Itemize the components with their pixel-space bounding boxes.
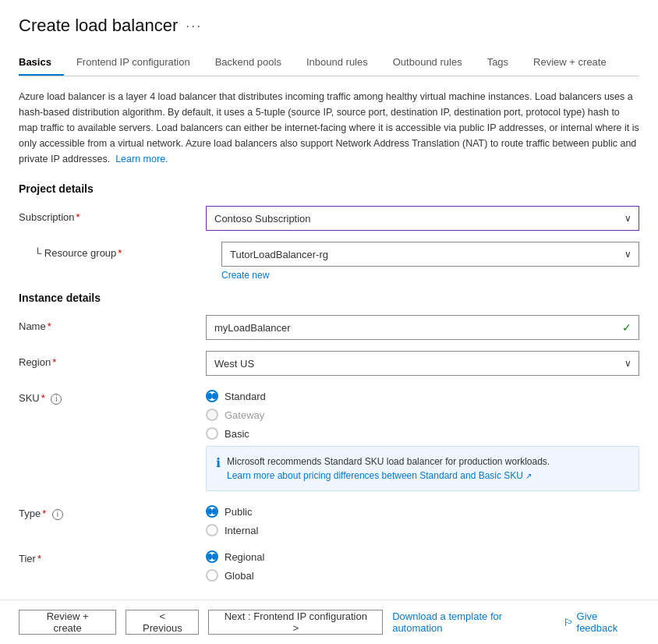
type-public-label: Public bbox=[225, 506, 252, 518]
resource-group-row: └ Resource group* TutorLoadBalancer-rg C… bbox=[19, 242, 639, 281]
ext-link-icon: ↗ bbox=[525, 472, 532, 480]
download-template-link[interactable]: Download a template for automation bbox=[392, 610, 550, 634]
previous-button[interactable]: < Previous bbox=[126, 610, 199, 635]
region-row: Region* West US bbox=[19, 351, 639, 376]
tier-regional-option[interactable]: Regional bbox=[206, 550, 639, 563]
region-label: Region* bbox=[19, 351, 206, 368]
review-create-button[interactable]: Review + create bbox=[19, 610, 116, 635]
sku-info-icon[interactable]: i bbox=[51, 394, 62, 405]
region-control: West US bbox=[206, 351, 639, 376]
tier-radio-group: Regional Global bbox=[206, 547, 639, 582]
main-content: Create load balancer ··· Basics Frontend… bbox=[0, 0, 658, 600]
sku-row: SKU* i Standard Gateway Basic ℹ bbox=[19, 387, 639, 491]
tab-bar: Basics Frontend IP configuration Backend… bbox=[19, 50, 639, 76]
subscription-select-wrapper: Contoso Subscription bbox=[206, 206, 639, 231]
tab-frontend-ip[interactable]: Frontend IP configuration bbox=[64, 50, 203, 76]
name-row: Name* ✓ bbox=[19, 315, 639, 340]
sku-standard-option[interactable]: Standard bbox=[206, 390, 639, 402]
name-input[interactable] bbox=[206, 315, 639, 340]
footer: Review + create < Previous Next : Fronte… bbox=[0, 600, 658, 644]
tab-review-create[interactable]: Review + create bbox=[521, 50, 619, 76]
tier-global-label: Global bbox=[225, 570, 254, 582]
type-internal-label: Internal bbox=[225, 525, 258, 536]
give-feedback-link[interactable]: 🏳 Give feedback bbox=[564, 610, 639, 634]
sku-standard-radio[interactable] bbox=[206, 390, 218, 402]
name-control: ✓ bbox=[206, 315, 639, 340]
type-public-option[interactable]: Public bbox=[206, 505, 639, 518]
info-box-icon: ℹ bbox=[216, 455, 221, 470]
tab-backend-pools[interactable]: Backend pools bbox=[203, 50, 294, 76]
instance-details-title: Instance details bbox=[19, 292, 639, 304]
type-control: Public Internal bbox=[206, 502, 639, 536]
tier-regional-radio[interactable] bbox=[206, 550, 218, 563]
name-label: Name* bbox=[19, 315, 206, 332]
resource-group-control: TutorLoadBalancer-rg Create new bbox=[221, 242, 639, 281]
tab-outbound-rules[interactable]: Outbound rules bbox=[380, 50, 475, 76]
type-label: Type* i bbox=[19, 502, 206, 520]
tier-label: Tier* bbox=[19, 547, 206, 564]
sku-basic-label: Basic bbox=[225, 428, 249, 440]
sku-info-box: ℹ Microsoft recommends Standard SKU load… bbox=[206, 446, 639, 491]
type-public-radio[interactable] bbox=[206, 505, 218, 518]
footer-links: Download a template for automation 🏳 Giv… bbox=[392, 610, 639, 634]
type-internal-radio[interactable] bbox=[206, 524, 218, 536]
page-description: Azure load balancer is a layer 4 load ba… bbox=[19, 89, 639, 167]
sku-gateway-option[interactable]: Gateway bbox=[206, 409, 639, 421]
sku-gateway-radio[interactable] bbox=[206, 409, 218, 421]
name-valid-icon: ✓ bbox=[622, 321, 631, 334]
subscription-select[interactable]: Contoso Subscription bbox=[206, 206, 639, 231]
info-box-text: Microsoft recommends Standard SKU load b… bbox=[227, 455, 550, 483]
name-input-wrapper: ✓ bbox=[206, 315, 639, 340]
learn-more-link[interactable]: Learn more. bbox=[115, 154, 168, 165]
type-radio-group: Public Internal bbox=[206, 502, 639, 536]
tab-basics[interactable]: Basics bbox=[19, 50, 64, 76]
create-new-link[interactable]: Create new bbox=[221, 270, 269, 281]
resource-group-label: └ Resource group* bbox=[34, 242, 221, 259]
tier-global-option[interactable]: Global bbox=[206, 569, 639, 582]
page-title: Create load balancer bbox=[19, 16, 178, 36]
type-info-icon[interactable]: i bbox=[52, 509, 63, 520]
sku-radio-group: Standard Gateway Basic bbox=[206, 387, 639, 440]
region-select-wrapper: West US bbox=[206, 351, 639, 376]
next-button[interactable]: Next : Frontend IP configuration > bbox=[208, 610, 383, 635]
feedback-icon: 🏳 bbox=[564, 617, 574, 628]
sku-standard-label: Standard bbox=[225, 391, 266, 402]
page-title-dots: ··· bbox=[186, 18, 202, 34]
sku-label: SKU* i bbox=[19, 387, 206, 405]
subscription-control: Contoso Subscription bbox=[206, 206, 639, 231]
tier-global-radio[interactable] bbox=[206, 569, 218, 582]
region-select[interactable]: West US bbox=[206, 351, 639, 376]
subscription-label: Subscription* bbox=[19, 206, 206, 223]
resource-group-select-wrapper: TutorLoadBalancer-rg bbox=[221, 242, 639, 267]
type-internal-option[interactable]: Internal bbox=[206, 524, 639, 536]
sku-basic-radio[interactable] bbox=[206, 427, 218, 440]
sku-learn-more-link[interactable]: Learn more about pricing differences bet… bbox=[227, 470, 532, 481]
tier-row: Tier* Regional Global bbox=[19, 547, 639, 582]
tier-regional-label: Regional bbox=[225, 551, 264, 563]
subscription-row: Subscription* Contoso Subscription bbox=[19, 206, 639, 231]
type-row: Type* i Public Internal bbox=[19, 502, 639, 536]
tab-inbound-rules[interactable]: Inbound rules bbox=[294, 50, 380, 76]
resource-group-select[interactable]: TutorLoadBalancer-rg bbox=[221, 242, 639, 267]
tab-tags[interactable]: Tags bbox=[475, 50, 521, 76]
page-title-row: Create load balancer ··· bbox=[19, 16, 639, 36]
tier-control: Regional Global bbox=[206, 547, 639, 582]
sku-basic-option[interactable]: Basic bbox=[206, 427, 639, 440]
project-details-title: Project details bbox=[19, 182, 639, 195]
sku-control: Standard Gateway Basic ℹ Microsoft recom… bbox=[206, 387, 639, 491]
sku-gateway-label: Gateway bbox=[225, 409, 264, 421]
